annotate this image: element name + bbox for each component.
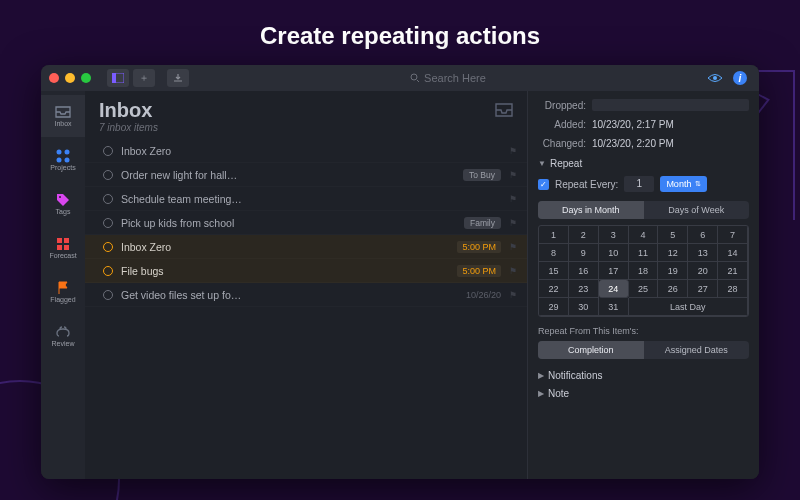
seg-assigned-dates[interactable]: Assigned Dates — [644, 341, 750, 359]
repeat-unit-select[interactable]: Month⇅ — [660, 176, 707, 192]
calendar-day[interactable]: 26 — [658, 280, 688, 298]
calendar-day[interactable]: 27 — [688, 280, 718, 298]
sidebar-item-flagged[interactable]: Flagged — [41, 271, 85, 313]
calendar-day[interactable]: 22 — [539, 280, 569, 298]
calendar-day[interactable]: 14 — [718, 244, 748, 262]
task-row[interactable]: Inbox Zero5:00 PM⚑ — [85, 235, 527, 259]
task-row[interactable]: Inbox Zero⚑ — [85, 139, 527, 163]
toolbar-quick-entry[interactable] — [167, 69, 189, 87]
maximize-window[interactable] — [81, 73, 91, 83]
dropped-field[interactable] — [592, 99, 749, 111]
task-title: Order new light for hall… — [121, 169, 455, 181]
sidebar-label: Review — [52, 340, 75, 347]
svg-rect-10 — [64, 238, 69, 243]
calendar-day[interactable]: 24 — [599, 280, 629, 298]
seg-days-of-week[interactable]: Days of Week — [644, 201, 750, 219]
calendar-day[interactable]: 13 — [688, 244, 718, 262]
calendar-day[interactable]: 3 — [599, 226, 629, 244]
flag-icon[interactable]: ⚑ — [509, 146, 517, 156]
repeat-every-checkbox[interactable]: ✓ — [538, 179, 549, 190]
calendar-day[interactable]: 10 — [599, 244, 629, 262]
calendar-day[interactable]: 6 — [688, 226, 718, 244]
task-checkbox[interactable] — [103, 194, 113, 204]
dropped-label: Dropped: — [538, 100, 586, 111]
calendar-day[interactable]: 15 — [539, 262, 569, 280]
calendar-day[interactable]: 28 — [718, 280, 748, 298]
flag-icon[interactable]: ⚑ — [509, 266, 517, 276]
added-value: 10/23/20, 2:17 PM — [592, 119, 674, 130]
close-window[interactable] — [49, 73, 59, 83]
task-row[interactable]: Pick up kids from schoolFamily⚑ — [85, 211, 527, 235]
days-mode-segmented: Days in Month Days of Week — [538, 201, 749, 219]
sidebar-item-tags[interactable]: Tags — [41, 183, 85, 225]
notifications-section-header[interactable]: ▶ Notifications — [538, 370, 749, 381]
repeat-section-header[interactable]: ▼ Repeat — [538, 158, 749, 169]
task-row[interactable]: Order new light for hall…To Buy⚑ — [85, 163, 527, 187]
task-checkbox[interactable] — [103, 170, 113, 180]
calendar-day[interactable]: 12 — [658, 244, 688, 262]
sidebar-item-inbox[interactable]: Inbox — [41, 95, 85, 137]
search-placeholder: Search Here — [424, 72, 486, 84]
calendar-day[interactable]: 31 — [599, 298, 629, 316]
calendar-day[interactable]: 8 — [539, 244, 569, 262]
sidebar-item-forecast[interactable]: Forecast — [41, 227, 85, 269]
view-options-button[interactable] — [707, 73, 723, 83]
calendar-day[interactable]: 29 — [539, 298, 569, 316]
toolbar-new-action[interactable]: ＋ — [133, 69, 155, 87]
svg-rect-12 — [64, 245, 69, 250]
calendar-day[interactable]: 30 — [569, 298, 599, 316]
task-row[interactable]: Get video files set up fo…10/26/20⚑ — [85, 283, 527, 307]
flag-icon[interactable]: ⚑ — [509, 218, 517, 228]
flag-icon[interactable]: ⚑ — [509, 170, 517, 180]
calendar-day[interactable]: 17 — [599, 262, 629, 280]
toolbar-sidebar-toggle[interactable] — [107, 69, 129, 87]
seg-days-in-month[interactable]: Days in Month — [538, 201, 644, 219]
search-field[interactable]: Search Here — [410, 72, 486, 84]
calendar-day[interactable]: 19 — [658, 262, 688, 280]
seg-completion[interactable]: Completion — [538, 341, 644, 359]
svg-point-6 — [57, 158, 62, 163]
task-checkbox[interactable] — [103, 290, 113, 300]
task-row[interactable]: File bugs5:00 PM⚑ — [85, 259, 527, 283]
task-title: Get video files set up fo… — [121, 289, 458, 301]
inspector-toggle[interactable]: i — [733, 71, 747, 85]
calendar-day[interactable]: 18 — [629, 262, 659, 280]
task-checkbox[interactable] — [103, 218, 113, 228]
disclosure-triangle-icon: ▼ — [538, 159, 546, 168]
svg-point-3 — [713, 76, 717, 80]
calendar-day[interactable]: 21 — [718, 262, 748, 280]
calendar-day[interactable]: 2 — [569, 226, 599, 244]
calendar-day[interactable]: 16 — [569, 262, 599, 280]
sidebar-item-projects[interactable]: Projects — [41, 139, 85, 181]
sidebar-item-review[interactable]: Review — [41, 315, 85, 357]
projects-icon — [54, 149, 72, 163]
calendar-day[interactable]: 4 — [629, 226, 659, 244]
calendar-day[interactable]: 5 — [658, 226, 688, 244]
task-date: 10/26/20 — [466, 290, 501, 300]
added-label: Added: — [538, 119, 586, 130]
repeat-interval-input[interactable]: 1 — [624, 176, 654, 192]
repeat-every-label: Repeat Every: — [555, 179, 618, 190]
task-row[interactable]: Schedule team meeting…⚑ — [85, 187, 527, 211]
task-checkbox[interactable] — [103, 266, 113, 276]
tags-icon — [54, 193, 72, 207]
calendar-day[interactable]: 23 — [569, 280, 599, 298]
minimize-window[interactable] — [65, 73, 75, 83]
flag-icon[interactable]: ⚑ — [509, 290, 517, 300]
calendar-day[interactable]: 1 — [539, 226, 569, 244]
repeat-from-segmented: Completion Assigned Dates — [538, 341, 749, 359]
note-section-header[interactable]: ▶ Note — [538, 388, 749, 399]
svg-point-4 — [57, 150, 62, 155]
calendar-day[interactable]: 20 — [688, 262, 718, 280]
calendar-day[interactable]: 11 — [629, 244, 659, 262]
calendar-day[interactable]: 7 — [718, 226, 748, 244]
flag-icon[interactable]: ⚑ — [509, 194, 517, 204]
task-checkbox[interactable] — [103, 146, 113, 156]
task-checkbox[interactable] — [103, 242, 113, 252]
main-subtitle: 7 inbox items — [99, 122, 158, 133]
calendar-day[interactable]: 25 — [629, 280, 659, 298]
calendar-day[interactable]: 9 — [569, 244, 599, 262]
changed-value: 10/23/20, 2:20 PM — [592, 138, 674, 149]
flag-icon[interactable]: ⚑ — [509, 242, 517, 252]
calendar-last-day[interactable]: Last Day — [629, 298, 748, 316]
